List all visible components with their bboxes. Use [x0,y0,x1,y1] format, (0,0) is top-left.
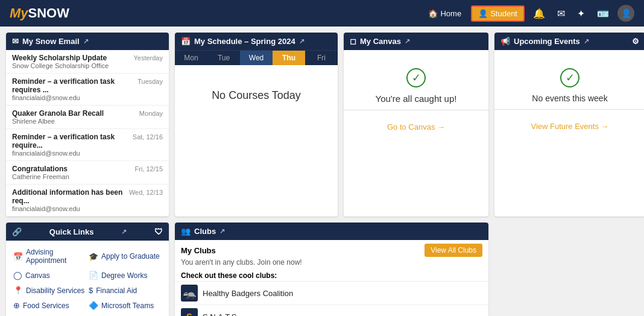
go-canvas-link[interactable]: Go to Canvas → [344,110,488,144]
email-card-title: My Snow Email [22,37,80,46]
email-date-1: Tuesday [137,78,163,85]
header-nav: 🏠 Home 👤 Student 🔔 ✉ ✦ 🪪 👤 [423,5,634,22]
logo-snow: SNOW [28,5,69,21]
no-courses-text: No Courses Today [175,65,338,126]
events-header-icon: 📢 [500,37,510,46]
club-name-badgers: Healthy Badgers Coalition [203,289,293,298]
ql-graduate-icon: 🎓 [89,252,98,261]
avatar[interactable]: 👤 [617,5,634,22]
home-icon: 🏠 [428,9,438,18]
logo-my: My [10,5,28,21]
caught-up-text: You're all caught up! [376,93,457,104]
card-icon[interactable]: 🪪 [593,5,613,22]
ql-advising-appointment[interactable]: 📅Advising Appointment [12,245,87,267]
schedule-ext-link-icon[interactable]: ↗ [299,37,305,45]
day-tab-wed[interactable]: Wed [240,51,273,65]
quicklinks-header-icon: 🔗 [12,227,22,236]
email-item-5[interactable]: Additional information has been req... W… [6,185,169,216]
email-from-3: financialaid@snow.edu [12,150,163,157]
club-name-snats: S.N.A.T.S. [203,312,239,317]
quicklinks-ext-link-icon[interactable]: ↗ [121,228,127,236]
home-nav-item[interactable]: 🏠 Home [423,7,466,21]
email-item-0[interactable]: Weekly Scholarship Update Yesterday Snow… [6,50,169,74]
student-nav-item[interactable]: 👤 Student [471,5,525,22]
view-future-link[interactable]: View Future Events → [494,110,644,143]
email-card: ✉ My Snow Email ↗ Weekly Scholarship Upd… [6,33,169,216]
events-card-title: Upcoming Events [514,37,580,46]
mail-icon[interactable]: ✉ [554,5,569,22]
email-subject-4: Congratulations [12,165,68,173]
quicklinks-grid: 📅Advising Appointment 🎓Apply to Graduate… [6,241,169,316]
ql-microsoft-teams[interactable]: 🔷Microsoft Teams [87,299,163,312]
club-logo-badgers: 🦡 [181,285,198,302]
email-date-3: Sat, 12/16 [133,133,163,141]
ql-canvas[interactable]: ◯Canvas [12,268,87,282]
ql-financial-icon: $ [89,286,93,295]
ql-financial-aid[interactable]: $Financial Aid [87,283,163,297]
header: MySNOW 🏠 Home 👤 Student 🔔 ✉ ✦ 🪪 👤 [0,0,644,27]
clubs-card-title: Clubs [194,227,216,236]
events-gear-icon[interactable]: ⚙ [632,37,639,46]
canvas-card: ◻ My Canvas ↗ ✓ You're all caught up! Go… [344,33,488,216]
shield-icon: 🛡 [154,227,163,236]
email-item-2[interactable]: Quaker Granola Bar Recall Monday Shirlen… [6,106,169,129]
email-subject-3: Reminder – a verification task require..… [12,133,133,150]
club-item-badgers[interactable]: 🦡 Healthy Badgers Coalition [175,281,488,305]
spinner-icon[interactable]: ✦ [573,5,589,22]
no-events-text: No events this week [532,93,607,103]
club-item-snats[interactable]: S S.N.A.T.S. [175,305,488,316]
ql-degree-icon: 📄 [89,271,98,280]
ql-canvas-icon: ◯ [13,271,22,280]
ql-apply-graduate[interactable]: 🎓Apply to Graduate [87,245,163,267]
canvas-card-header: ◻ My Canvas ↗ [344,33,488,50]
ql-degree-works[interactable]: 📄Degree Works [87,268,163,282]
day-tab-fri[interactable]: Fri [305,51,338,65]
events-card: 📢 Upcoming Events ↗ ⚙ ✓ No events this w… [494,33,644,216]
schedule-header-icon: 📅 [181,37,191,46]
quicklinks-card-header: 🔗 Quick Links ↗ 🛡 [6,223,169,241]
club-logo-snats: S [181,308,198,316]
events-ext-link-icon[interactable]: ↗ [584,37,589,45]
ql-disability-icon: 📍 [13,286,23,295]
canvas-card-title: My Canvas [360,37,401,46]
my-clubs-label: My Clubs [181,246,216,255]
cool-clubs-label: Check out these cool clubs: [175,269,488,281]
no-events-section: ✓ No events this week [494,50,644,109]
events-card-header: 📢 Upcoming Events ↗ ⚙ [494,33,644,50]
email-from-0: Snow College Scholarship Office [12,62,163,69]
view-all-clubs-button[interactable]: View All Clubs [425,244,482,257]
day-tab-tue[interactable]: Tue [207,51,240,65]
ql-office365[interactable]: ⊞Office 365 [12,314,87,316]
logo: MySNOW [10,5,69,21]
email-subject-5: Additional information has been req... [12,188,129,205]
no-clubs-text: You aren't in any clubs. Join one now! [175,258,488,269]
email-subject-1: Reminder – a verification task requires … [12,77,137,94]
ql-disability[interactable]: 📍Disability Services [12,283,87,297]
clubs-ext-link-icon[interactable]: ↗ [219,227,225,235]
email-ext-link-icon[interactable]: ↗ [83,37,89,45]
email-date-2: Monday [139,110,163,117]
ql-advising-icon: 📅 [13,252,23,261]
ql-food-services[interactable]: ⊕Food Services [12,299,87,312]
ql-teams-icon: 🔷 [89,301,98,310]
clubs-card-header: 👥 Clubs ↗ [175,223,488,240]
quicklinks-card-title: Quick Links [49,227,94,236]
bell-icon[interactable]: 🔔 [529,5,549,22]
student-icon: 👤 [478,9,488,18]
email-item-3[interactable]: Reminder – a verification task require..… [6,129,169,161]
day-tab-thu[interactable]: Thu [273,51,305,65]
main-content: ✉ My Snow Email ↗ Weekly Scholarship Upd… [0,27,644,316]
home-label: Home [440,9,461,18]
no-events-check-icon: ✓ [560,68,579,87]
email-subject-0: Weekly Scholarship Update [12,54,107,62]
student-label: Student [490,9,517,18]
ql-print[interactable]: 🖨Print [87,314,163,316]
day-tab-mon[interactable]: Mon [175,51,207,65]
email-item-4[interactable]: Congratulations Fri, 12/15 Catherine Fre… [6,161,169,185]
email-from-2: Shirlene Albee [12,118,163,125]
email-card-header: ✉ My Snow Email ↗ [6,33,169,50]
canvas-ext-link-icon[interactable]: ↗ [405,37,410,45]
email-item-1[interactable]: Reminder – a verification task requires … [6,74,169,106]
email-from-5: financialaid@snow.edu [12,205,163,212]
schedule-card-title: My Schedule – Spring 2024 [194,37,295,46]
